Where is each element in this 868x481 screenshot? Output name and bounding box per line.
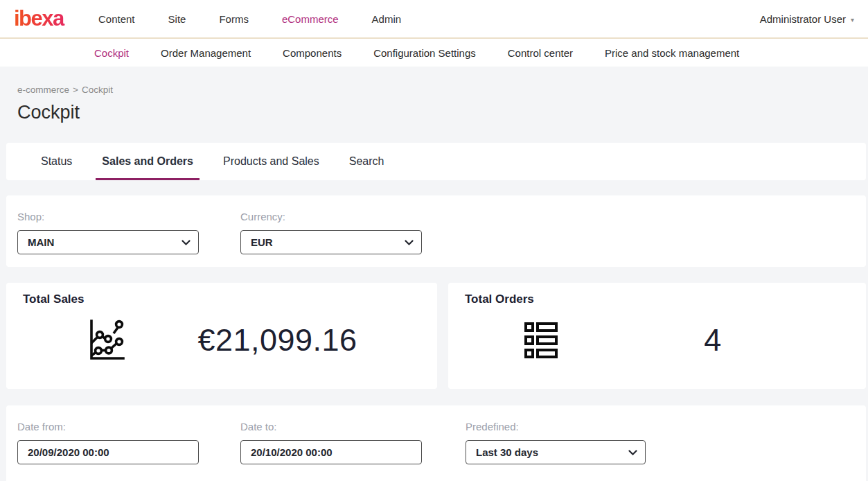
stat-cards-row: Total Sales	[6, 283, 866, 389]
chevron-down-icon	[628, 450, 637, 456]
total-orders-body: 4	[465, 317, 849, 363]
menu-item-ecommerce[interactable]: eCommerce	[282, 13, 339, 25]
line-chart-icon	[83, 317, 129, 363]
subnav-item-price-stock-management[interactable]: Price and stock management	[605, 47, 739, 59]
breadcrumb-current: Cockpit	[82, 85, 113, 95]
tab-sales-and-orders[interactable]: Sales and Orders	[96, 143, 200, 180]
breadcrumb: e-commerce>Cockpit	[17, 85, 868, 95]
currency-select-value: EUR	[251, 236, 273, 248]
predefined-select[interactable]: Last 30 days	[466, 440, 646, 464]
total-orders-value: 4	[630, 322, 796, 358]
menu-item-site[interactable]: Site	[168, 13, 186, 25]
shop-select-value: MAIN	[28, 236, 54, 248]
cockpit-tabs: Status Sales and Orders Products and Sal…	[6, 143, 866, 180]
menu-item-forms[interactable]: Forms	[219, 13, 249, 25]
currency-label: Currency:	[240, 211, 855, 222]
date-from-input[interactable]	[17, 440, 199, 464]
date-from-label: Date from:	[17, 421, 240, 432]
subnav-item-configuration-settings[interactable]: Configuration Settings	[373, 47, 476, 59]
date-to-label: Date to:	[240, 421, 466, 432]
menu-item-admin[interactable]: Admin	[372, 13, 402, 25]
shop-currency-filter-panel: Shop: MAIN Currency: EUR	[6, 195, 866, 267]
total-orders-card: Total Orders 4	[448, 283, 866, 389]
tab-products-and-sales[interactable]: Products and Sales	[217, 143, 326, 180]
shop-select[interactable]: MAIN	[17, 230, 199, 254]
subnav-item-components[interactable]: Components	[283, 47, 342, 59]
orders-list-icon	[518, 317, 564, 363]
user-name: Administrator User	[760, 13, 846, 25]
top-navigation-bar: ibexa Content Site Forms eCommerce Admin…	[0, 0, 868, 39]
total-orders-title: Total Orders	[465, 292, 849, 306]
main-menu: Content Site Forms eCommerce Admin	[98, 13, 401, 25]
chevron-down-icon: ▾	[851, 16, 854, 24]
predefined-label: Predefined:	[466, 421, 855, 432]
total-sales-value: €21,099.16	[195, 322, 361, 358]
subnav-item-control-center[interactable]: Control center	[508, 47, 573, 59]
user-menu[interactable]: Administrator User ▾	[760, 13, 854, 25]
total-sales-title: Total Sales	[23, 292, 420, 306]
subnav-item-order-management[interactable]: Order Management	[161, 47, 251, 59]
date-to-input[interactable]	[240, 440, 422, 464]
currency-field: Currency: EUR	[240, 211, 855, 256]
tab-status[interactable]: Status	[35, 143, 78, 180]
ecommerce-sub-navigation: Cockpit Order Management Components Conf…	[0, 39, 868, 67]
shop-field: Shop: MAIN	[17, 211, 240, 256]
chevron-down-icon	[181, 240, 191, 246]
date-to-field: Date to:	[240, 421, 466, 478]
date-from-field: Date from:	[17, 421, 240, 478]
subnav-item-cockpit[interactable]: Cockpit	[94, 47, 129, 59]
total-sales-card: Total Sales	[6, 283, 437, 389]
chevron-down-icon	[405, 240, 414, 246]
predefined-field: Predefined: Last 30 days	[466, 421, 855, 478]
breadcrumb-parent[interactable]: e-commerce	[17, 85, 69, 95]
predefined-select-value: Last 30 days	[476, 446, 538, 458]
currency-select[interactable]: EUR	[240, 230, 422, 254]
tab-search[interactable]: Search	[343, 143, 391, 180]
menu-item-content[interactable]: Content	[98, 13, 135, 25]
date-filter-panel: Date from: Date to: Predefined: Last 30 …	[6, 405, 866, 481]
total-sales-body: €21,099.16	[23, 317, 420, 363]
ibexa-logo[interactable]: ibexa	[14, 8, 71, 29]
page-title: Cockpit	[17, 102, 868, 123]
shop-label: Shop:	[17, 211, 240, 222]
cockpit-page: ibexa Content Site Forms eCommerce Admin…	[0, 0, 868, 481]
breadcrumb-separator: >	[73, 85, 78, 95]
